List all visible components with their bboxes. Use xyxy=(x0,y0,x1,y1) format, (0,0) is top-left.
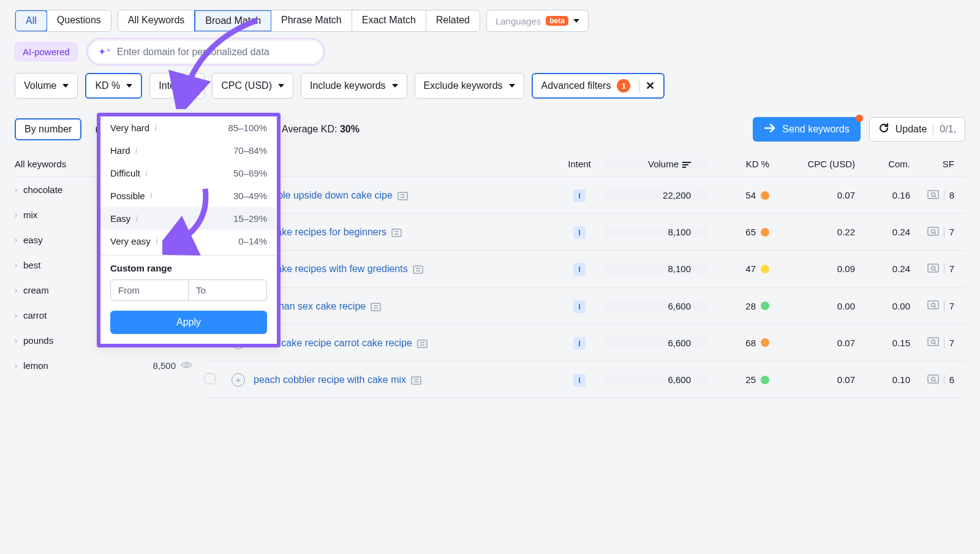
advanced-filters[interactable]: Advanced filters 1 ✕ xyxy=(532,73,665,99)
intent-badge: I xyxy=(573,337,586,350)
volume-filter[interactable]: Volume xyxy=(15,73,78,99)
col-keyword[interactable]: ord xyxy=(254,159,555,169)
serp-icon xyxy=(413,265,423,274)
kd-cell: 47 xyxy=(708,264,769,274)
group-name: lemon xyxy=(23,360,48,371)
kd-cell: 54 xyxy=(708,190,769,200)
svg-point-40 xyxy=(931,377,935,381)
keyword-link[interactable]: peach cobbler recipe with cake mix xyxy=(254,374,406,385)
serp-icon xyxy=(391,229,402,237)
kd-option[interactable]: Possiblei30–49% xyxy=(100,184,277,207)
kd-filter[interactable]: KD % xyxy=(85,73,142,99)
table-row: +asy cake recipes with few gredientsI8,1… xyxy=(205,251,965,287)
update-button[interactable]: Update 0/1, xyxy=(869,117,965,142)
svg-line-17 xyxy=(935,233,936,234)
kd-cell: 28 xyxy=(708,301,769,311)
sf-count: 7 xyxy=(944,227,954,237)
kd-option-range: 50–69% xyxy=(233,168,267,178)
volume-cell: 8,100 xyxy=(604,227,708,237)
tab-questions[interactable]: Questions xyxy=(47,10,111,31)
languages-selector[interactable]: Languages beta xyxy=(486,10,589,32)
kd-option-label: Hard xyxy=(110,145,130,156)
sf-count: 6 xyxy=(944,374,954,385)
serp-icon xyxy=(417,340,428,348)
info-icon[interactable]: i xyxy=(150,191,153,201)
custom-from-input[interactable]: From xyxy=(110,279,189,301)
chevron-down-icon xyxy=(62,84,69,88)
volume-cell: 6,600 xyxy=(604,338,708,348)
svg-point-16 xyxy=(931,229,935,233)
svg-rect-39 xyxy=(928,375,938,383)
ai-powered-badge: AI-powered xyxy=(15,42,78,61)
chevron-right-icon: › xyxy=(15,311,17,320)
kd-option-label: Possible xyxy=(110,191,145,201)
table-row: +carrot cake recipe carrot cake recipeI6… xyxy=(205,325,965,362)
group-item[interactable]: ›lemon8,500 xyxy=(15,353,192,378)
col-volume[interactable]: Volume xyxy=(604,159,708,169)
by-number-button[interactable]: By number xyxy=(15,118,81,140)
ai-domain-input[interactable]: ✦⁺ Enter domain for personalized data xyxy=(89,41,322,63)
serp-feature-icon xyxy=(927,264,939,275)
kd-difficulty-dot xyxy=(761,191,769,200)
serp-feature-icon xyxy=(927,300,939,311)
svg-rect-33 xyxy=(928,338,938,346)
col-cpc[interactable]: CPC (USD) xyxy=(769,159,855,169)
col-intent[interactable]: Intent xyxy=(555,159,604,169)
kd-difficulty-dot xyxy=(761,265,769,273)
send-icon xyxy=(764,123,776,135)
cpc-cell: 0.07 xyxy=(769,374,855,385)
svg-point-28 xyxy=(931,303,935,307)
info-icon[interactable]: i xyxy=(145,169,148,178)
svg-line-23 xyxy=(935,270,936,271)
kd-difficulty-dot xyxy=(761,228,769,237)
col-kd[interactable]: KD % xyxy=(708,159,769,169)
group-name: chocolate xyxy=(23,184,62,195)
custom-to-input[interactable]: To xyxy=(189,279,267,301)
chevron-down-icon xyxy=(189,84,195,88)
info-icon[interactable]: i xyxy=(154,123,157,133)
include-keywords-filter[interactable]: Include keywords xyxy=(301,73,407,99)
kd-option-range: 0–14% xyxy=(238,236,267,246)
cpc-filter[interactable]: CPC (USD) xyxy=(212,73,293,99)
chevron-down-icon xyxy=(573,19,579,23)
svg-rect-27 xyxy=(928,301,938,309)
exclude-keywords-filter[interactable]: Exclude keywords xyxy=(415,73,524,99)
com-cell: 0.10 xyxy=(855,374,910,385)
tab-exact-match[interactable]: Exact Match xyxy=(352,10,426,31)
svg-rect-21 xyxy=(928,264,938,272)
tab-broad-match[interactable]: Broad Match xyxy=(194,10,272,32)
kd-option[interactable]: Easyi15–29% xyxy=(100,207,277,230)
tab-related[interactable]: Related xyxy=(426,10,480,31)
kd-option-range: 85–100% xyxy=(228,123,267,133)
stats-right: Send keywords Update 0/1, xyxy=(753,117,965,142)
kd-option[interactable]: Difficulti50–69% xyxy=(100,162,277,184)
svg-point-34 xyxy=(931,340,935,344)
info-icon[interactable]: i xyxy=(135,214,138,224)
intent-badge: I xyxy=(573,374,586,387)
apply-button[interactable]: Apply xyxy=(110,311,267,334)
match-group-a: All Questions xyxy=(15,10,111,32)
send-keywords-button[interactable]: Send keywords xyxy=(753,117,860,142)
tab-phrase-match[interactable]: Phrase Match xyxy=(271,10,352,31)
tab-all-keywords[interactable]: All Keywords xyxy=(118,10,195,31)
tab-all[interactable]: All xyxy=(15,10,48,32)
kd-option[interactable]: Very easyi0–14% xyxy=(100,230,277,252)
sparkle-icon: ✦⁺ xyxy=(98,46,111,58)
intent-filter[interactable]: Intent xyxy=(149,73,205,99)
cpc-cell: 0.07 xyxy=(769,338,855,348)
svg-rect-15 xyxy=(928,227,938,235)
volume-cell: 22,200 xyxy=(604,190,708,200)
info-icon[interactable]: i xyxy=(135,146,138,156)
sf-count: 7 xyxy=(944,338,954,348)
table-row: +ineapple upside down cake cipeI22,20054… xyxy=(205,177,965,214)
table-row: +peach cobbler recipe with cake mixI6,60… xyxy=(205,362,965,398)
kd-option[interactable]: Hardi70–84% xyxy=(100,139,277,162)
close-icon[interactable]: ✕ xyxy=(639,79,655,93)
add-to-list-icon[interactable]: + xyxy=(232,373,245,387)
col-sf[interactable]: SF xyxy=(910,159,965,169)
group-count: 8,500 xyxy=(153,360,176,371)
row-checkbox[interactable] xyxy=(205,373,216,384)
kd-option[interactable]: Very hardi85–100% xyxy=(100,116,277,139)
col-com[interactable]: Com. xyxy=(855,159,910,169)
info-icon[interactable]: i xyxy=(156,237,158,246)
